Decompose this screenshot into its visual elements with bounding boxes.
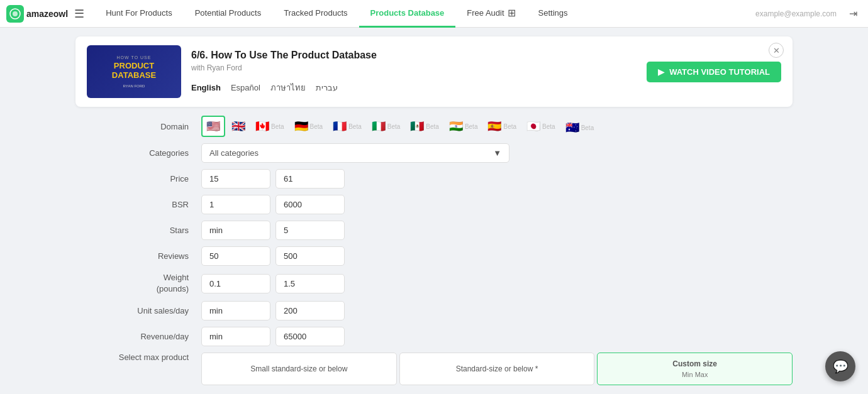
flag-it[interactable]: 🇮🇹 Beta xyxy=(368,117,404,136)
fr-beta: Beta xyxy=(348,123,362,130)
price-min-input[interactable] xyxy=(201,169,270,189)
stars-min-input[interactable] xyxy=(201,221,270,240)
watch-tutorial-button[interactable]: ▶ WATCH VIDEO TUTORIAL xyxy=(647,62,781,82)
bsr-inputs xyxy=(201,195,345,214)
ca-beta: Beta xyxy=(271,123,284,130)
reviews-row: Reviews xyxy=(75,246,793,266)
reviews-min-input[interactable] xyxy=(201,246,270,266)
size-custom-button[interactable]: Custom size Min Max xyxy=(597,353,793,385)
reviews-label: Reviews xyxy=(75,251,201,261)
lang-espanol[interactable]: Español xyxy=(231,83,260,92)
nav-tab-potential[interactable]: Potential Products xyxy=(184,0,273,28)
weight-max-input[interactable] xyxy=(275,274,345,293)
ca-flag-icon: 🇨🇦 xyxy=(255,119,269,133)
bsr-min-input[interactable] xyxy=(201,195,270,214)
unit-sales-inputs xyxy=(201,301,345,320)
categories-value: All categories xyxy=(209,148,259,158)
unit-sales-label: Unit sales/day xyxy=(75,306,201,315)
nav-tab-tracked[interactable]: Tracked Products xyxy=(272,0,359,28)
mx-beta: Beta xyxy=(426,123,439,130)
nav-tab-hunt[interactable]: Hunt For Products xyxy=(94,0,184,28)
au-beta: Beta xyxy=(581,124,594,131)
it-beta: Beta xyxy=(387,123,401,130)
bsr-max-input[interactable] xyxy=(275,195,345,214)
size-row: Select max product Small standard-size o… xyxy=(75,353,793,385)
hamburger-menu[interactable]: ☰ xyxy=(74,7,84,21)
flag-de[interactable]: 🇩🇪 Beta xyxy=(291,117,327,136)
stars-max-input[interactable] xyxy=(275,221,345,240)
flag-fr[interactable]: 🇫🇷 Beta xyxy=(329,117,365,136)
flag-ca[interactable]: 🇨🇦 Beta xyxy=(252,117,288,136)
flag-jp[interactable]: 🇯🇵 Beta xyxy=(523,117,559,136)
main-form: Domain 🇺🇸 🇬🇧 🇨🇦 Beta 🇩🇪 Beta 🇫🇷 Beta xyxy=(75,116,793,385)
weight-inputs xyxy=(201,274,345,293)
revenue-max-input[interactable] xyxy=(275,327,345,346)
chat-icon: 💬 xyxy=(833,359,849,374)
unit-sales-row: Unit sales/day xyxy=(75,301,793,320)
weight-min-input[interactable] xyxy=(201,274,270,293)
price-label: Price xyxy=(75,174,201,183)
lang-hebrew[interactable]: עברית xyxy=(316,83,338,92)
play-icon: ▶ xyxy=(658,67,664,77)
logo[interactable]: amazeowl xyxy=(6,5,68,23)
categories-select[interactable]: All categories ▼ xyxy=(201,143,509,163)
thumb-top: HOW TO USE xyxy=(117,55,152,60)
svg-point-1 xyxy=(13,11,18,16)
stars-row: Stars xyxy=(75,221,793,240)
it-flag-icon: 🇮🇹 xyxy=(372,119,386,133)
categories-label: Categories xyxy=(75,148,201,158)
close-banner-button[interactable]: ✕ xyxy=(769,43,784,58)
es-flag-icon: 🇪🇸 xyxy=(487,119,501,133)
unit-sales-min-input[interactable] xyxy=(201,301,270,320)
price-max-input[interactable] xyxy=(275,169,345,189)
de-beta: Beta xyxy=(310,123,323,130)
nav-tab-database[interactable]: Products Database xyxy=(359,0,456,28)
chat-button[interactable]: 💬 xyxy=(825,351,855,381)
revenue-min-input[interactable] xyxy=(201,327,270,346)
reviews-max-input[interactable] xyxy=(275,246,345,266)
in-beta: Beta xyxy=(465,123,478,130)
grid-icon: ⊞ xyxy=(508,7,516,19)
revenue-inputs xyxy=(201,327,345,346)
thumb-author: RYAN FORD xyxy=(123,84,145,88)
thumb-main: PRODUCTDATABASE xyxy=(112,62,156,80)
domain-flags: 🇺🇸 🇬🇧 🇨🇦 Beta 🇩🇪 Beta 🇫🇷 Beta 🇮🇹 Beta xyxy=(201,116,598,137)
flag-us[interactable]: 🇺🇸 xyxy=(201,116,225,137)
banner-title: 6/6. How To Use The Product Database xyxy=(191,50,647,61)
flag-gb[interactable]: 🇬🇧 xyxy=(228,117,249,136)
size-label: Select max product xyxy=(75,353,201,362)
jp-beta: Beta xyxy=(542,123,555,130)
weight-row: Weight(pounds) xyxy=(75,272,793,295)
weight-label: Weight(pounds) xyxy=(75,272,201,295)
bsr-label: BSR xyxy=(75,200,201,209)
flag-in[interactable]: 🇮🇳 Beta xyxy=(445,117,482,136)
size-small-button[interactable]: Small standard-size or below xyxy=(201,353,397,385)
lang-thai[interactable]: ภาษาไทย xyxy=(270,81,306,94)
jp-flag-icon: 🇯🇵 xyxy=(526,119,540,133)
price-row: Price xyxy=(75,169,793,189)
navigation: amazeowl ☰ Hunt For Products Potential P… xyxy=(0,0,868,28)
size-standard-button[interactable]: Standard-size or below * xyxy=(399,353,595,385)
nav-tab-settings[interactable]: Settings xyxy=(527,0,579,28)
banner-subtitle: with Ryan Ford xyxy=(191,63,647,72)
nav-right: example@example.com ⇥ xyxy=(755,5,862,23)
nav-tab-audit[interactable]: Free Audit ⊞ xyxy=(455,0,526,28)
price-inputs xyxy=(201,169,345,189)
flag-mx[interactable]: 🇲🇽 Beta xyxy=(406,117,443,136)
es-beta: Beta xyxy=(503,123,516,130)
au-flag-icon: 🇦🇺 xyxy=(565,121,579,134)
flag-au[interactable]: 🇦🇺 Beta xyxy=(562,118,598,137)
lang-english[interactable]: English xyxy=(191,83,221,92)
domain-label: Domain xyxy=(75,122,201,131)
revenue-label: Revenue/day xyxy=(75,332,201,341)
reviews-inputs xyxy=(201,246,345,266)
flag-es[interactable]: 🇪🇸 Beta xyxy=(484,117,520,136)
de-flag-icon: 🇩🇪 xyxy=(294,119,308,133)
nav-tabs: Hunt For Products Potential Products Tra… xyxy=(94,0,755,28)
banner-content: 6/6. How To Use The Product Database wit… xyxy=(191,50,647,94)
nav-email: example@example.com xyxy=(755,9,837,18)
unit-sales-max-input[interactable] xyxy=(275,301,345,320)
logout-icon[interactable]: ⇥ xyxy=(844,5,862,23)
banner-langs: English Español ภาษาไทย עברית xyxy=(191,81,647,94)
domain-row: Domain 🇺🇸 🇬🇧 🇨🇦 Beta 🇩🇪 Beta 🇫🇷 Beta xyxy=(75,116,793,137)
